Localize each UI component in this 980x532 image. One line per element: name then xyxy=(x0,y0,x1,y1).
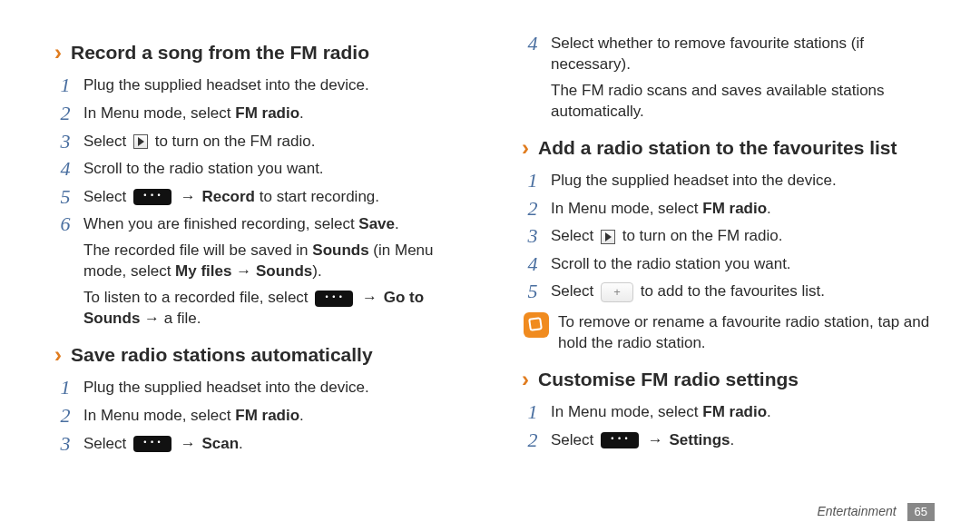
section-customise: › Customise FM radio settings xyxy=(522,367,935,392)
step-text: Plug the supplied headset into the devic… xyxy=(76,375,467,401)
note-text: To remove or rename a favourite radio st… xyxy=(551,310,935,354)
step: 1 Plug the supplied headset into the dev… xyxy=(54,73,467,99)
chevron-icon: › xyxy=(54,42,62,64)
right-column: 4 Select whether to remove favourite sta… xyxy=(522,27,935,505)
step-text: Select to turn on the FM radio. xyxy=(76,129,467,155)
menu-icon xyxy=(601,432,639,448)
left-column: › Record a song from the FM radio 1 Plug… xyxy=(54,27,467,505)
menu-icon xyxy=(315,291,353,307)
step-number: 1 xyxy=(54,375,76,401)
play-icon xyxy=(133,134,148,149)
step: 3 Select to turn on the FM radio. xyxy=(54,129,467,155)
step: 1 Plug the supplied headset into the dev… xyxy=(522,168,935,194)
section-save-auto: › Save radio stations automatically xyxy=(54,342,467,368)
page-footer: Entertainment 65 xyxy=(817,503,935,521)
step-number: 4 xyxy=(522,251,544,278)
chevron-icon: › xyxy=(54,344,62,366)
step-text: Scroll to the radio station you want. xyxy=(544,251,935,278)
step-number: 2 xyxy=(54,403,76,429)
step-text: In Menu mode, select FM radio. xyxy=(544,196,935,222)
step: 3 Select → Scan. xyxy=(54,431,467,458)
step: 2 In Menu mode, select FM radio. xyxy=(522,196,935,222)
step: 2 In Menu mode, select FM radio. xyxy=(54,403,467,429)
step-number: 3 xyxy=(522,223,544,250)
step-text: Select whether to remove favourite stati… xyxy=(544,31,935,123)
step-text: Select to add to the favourites list. xyxy=(544,279,935,305)
step: 3 Select to turn on the FM radio. xyxy=(522,223,935,250)
step: 1 In Menu mode, select FM radio. xyxy=(522,399,935,426)
add-icon xyxy=(601,282,633,302)
section-title: Customise FM radio settings xyxy=(538,367,799,392)
step: 5 Select → Record to start recording. xyxy=(54,184,467,211)
step-number: 1 xyxy=(522,168,544,194)
menu-icon xyxy=(133,436,172,452)
step: 4 Select whether to remove favourite sta… xyxy=(522,31,935,123)
step-subtext: The recorded file will be saved in Sound… xyxy=(83,241,467,282)
step-number: 4 xyxy=(54,156,76,182)
section-title: Record a song from the FM radio xyxy=(71,40,369,65)
step-number: 5 xyxy=(522,279,544,305)
step-subtext: To listen to a recorded file, select → G… xyxy=(83,288,467,330)
step-text: When you are finished recording, select … xyxy=(76,212,467,330)
footer-category: Entertainment xyxy=(817,504,896,518)
step: 2 In Menu mode, select FM radio. xyxy=(54,101,467,127)
step-subtext: The FM radio scans and saves available s… xyxy=(551,81,935,123)
step-text: Select → Scan. xyxy=(76,431,467,458)
step-text: In Menu mode, select FM radio. xyxy=(544,399,935,426)
note: To remove or rename a favourite radio st… xyxy=(522,310,935,354)
chevron-icon: › xyxy=(522,137,529,159)
step-number: 2 xyxy=(522,196,544,222)
menu-icon xyxy=(133,189,172,205)
chevron-icon: › xyxy=(522,369,529,390)
step-number: 6 xyxy=(54,212,76,330)
section-record: › Record a song from the FM radio xyxy=(54,40,467,65)
step-number: 1 xyxy=(522,399,544,426)
step-number: 2 xyxy=(54,101,76,127)
section-add-favourite: › Add a radio station to the favourites … xyxy=(522,135,935,161)
note-icon xyxy=(524,312,549,338)
step-number: 4 xyxy=(522,31,544,123)
section-title: Save radio stations automatically xyxy=(71,342,373,368)
step: 5 Select to add to the favourites list. xyxy=(522,279,935,305)
step: 4 Scroll to the radio station you want. xyxy=(522,251,935,278)
step: 2 Select → Settings. xyxy=(522,428,935,454)
step-text: Scroll to the radio station you want. xyxy=(76,156,467,182)
step-number: 3 xyxy=(54,431,76,458)
page: › Record a song from the FM radio 1 Plug… xyxy=(0,0,980,532)
step-number: 3 xyxy=(54,129,76,155)
section-title: Add a radio station to the favourites li… xyxy=(538,135,897,161)
step: 1 Plug the supplied headset into the dev… xyxy=(54,375,467,401)
step-text: In Menu mode, select FM radio. xyxy=(76,101,467,127)
step-number: 2 xyxy=(522,428,544,454)
step-text: Select → Record to start recording. xyxy=(76,184,467,211)
footer-page-number: 65 xyxy=(907,503,935,521)
step-text: Plug the supplied headset into the devic… xyxy=(544,168,935,194)
step-number: 5 xyxy=(54,184,76,211)
step-text: In Menu mode, select FM radio. xyxy=(76,403,467,429)
step-text: Select → Settings. xyxy=(544,428,935,454)
step-text: Select to turn on the FM radio. xyxy=(544,223,935,250)
step: 4 Scroll to the radio station you want. xyxy=(54,156,467,182)
step-text: Plug the supplied headset into the devic… xyxy=(76,73,467,99)
play-icon xyxy=(601,230,615,244)
step: 6 When you are finished recording, selec… xyxy=(54,212,467,330)
step-number: 1 xyxy=(54,73,76,99)
